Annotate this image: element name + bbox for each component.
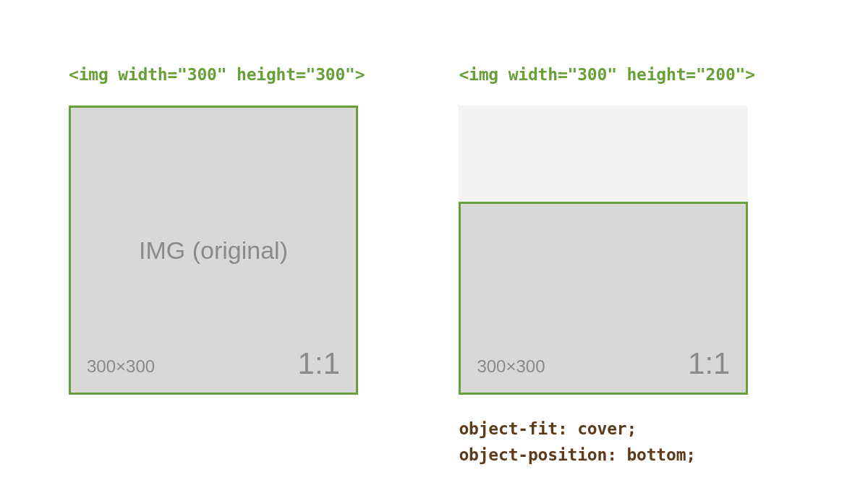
left-dimensions-label: 300×300 [87,356,155,377]
css-line-1: object-fit: cover; [459,416,754,442]
right-code-header: <img width="300" height="200"> [459,65,754,84]
left-ratio-label: 1:1 [298,346,340,381]
diagram-container: <img width="300" height="300"> IMG (orig… [0,0,868,468]
left-image-placeholder: IMG (original) 300×300 1:1 [69,106,358,395]
right-ghost-area [459,106,748,202]
left-image-label: IMG (original) [139,236,288,265]
right-css-footer: object-fit: cover; object-position: bott… [459,416,754,468]
css-line-2: object-position: bottom; [459,442,754,468]
left-code-header: <img width="300" height="300"> [69,65,365,84]
right-image-wrap: IMG (cropped) 300×300 1:1 [459,106,748,395]
left-image-wrap: IMG (original) 300×300 1:1 [69,106,365,395]
right-panel: <img width="300" height="200"> IMG (crop… [459,65,754,468]
right-image-placeholder: 300×300 1:1 [459,202,748,395]
right-ratio-label: 1:1 [688,346,730,381]
left-panel: <img width="300" height="300"> IMG (orig… [69,65,365,395]
right-dimensions-label: 300×300 [477,356,545,377]
